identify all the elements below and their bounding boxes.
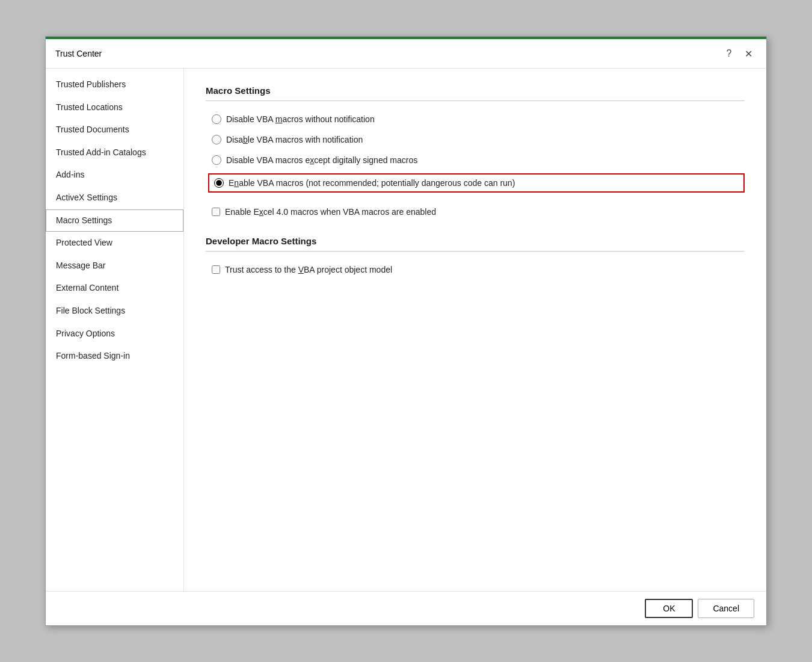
radio-label-enable-vba: Enable VBA macros (not recommended; pote… xyxy=(229,178,515,188)
title-bar: Trust Center ? ✕ xyxy=(46,39,766,69)
sidebar-item-file-block-settings[interactable]: File Block Settings xyxy=(46,300,183,323)
section-divider-developer xyxy=(206,251,745,252)
trust-center-dialog: Trust Center ? ✕ Trusted PublishersTrust… xyxy=(45,36,767,626)
help-button[interactable]: ? xyxy=(721,45,737,62)
sidebar-item-external-content[interactable]: External Content xyxy=(46,277,183,300)
sidebar-item-trusted-documents[interactable]: Trusted Documents xyxy=(46,119,183,141)
sidebar-item-add-ins[interactable]: Add-ins xyxy=(46,164,183,187)
sidebar-item-trusted-locations[interactable]: Trusted Locations xyxy=(46,96,183,119)
checkbox-excel40-row[interactable]: Enable Excel 4.0 macros when VBA macros … xyxy=(208,205,745,219)
title-bar-controls: ? ✕ xyxy=(721,45,757,62)
sidebar-item-macro-settings[interactable]: Macro Settings xyxy=(46,209,183,232)
radio-input-disable-except-signed[interactable] xyxy=(212,155,221,165)
dialog-body: Trusted PublishersTrusted LocationsTrust… xyxy=(46,69,766,591)
radio-label-disable-with-notify: Disable VBA macros with notification xyxy=(226,135,363,144)
sidebar-item-privacy-options[interactable]: Privacy Options xyxy=(46,323,183,345)
radio-input-disable-with-notify[interactable] xyxy=(212,135,221,144)
checkbox-excel40[interactable] xyxy=(212,208,220,216)
close-button[interactable]: ✕ xyxy=(740,45,757,62)
macro-settings-title: Macro Settings xyxy=(206,85,745,96)
checkbox-vba-project-label: Trust access to the VBA project object m… xyxy=(225,265,392,274)
content-area: Macro Settings Disable VBA macros withou… xyxy=(184,69,766,591)
checkbox-vba-project-row[interactable]: Trust access to the VBA project object m… xyxy=(208,262,745,277)
radio-input-disable-no-notify[interactable] xyxy=(212,114,221,124)
title-bar-left: Trust Center xyxy=(55,49,102,58)
radio-label-disable-no-notify: Disable VBA macros without notification xyxy=(226,114,375,124)
sidebar-item-protected-view[interactable]: Protected View xyxy=(46,232,183,255)
radio-enable-vba[interactable]: Enable VBA macros (not recommended; pote… xyxy=(208,173,745,193)
checkbox-vba-project[interactable] xyxy=(212,265,220,274)
ok-button[interactable]: OK xyxy=(645,599,693,618)
checkbox-excel40-label: Enable Excel 4.0 macros when VBA macros … xyxy=(225,207,436,217)
sidebar-item-trusted-add-in-catalogs[interactable]: Trusted Add-in Catalogs xyxy=(46,141,183,164)
dialog-footer: OK Cancel xyxy=(46,591,766,625)
radio-disable-except-signed[interactable]: Disable VBA macros except digitally sign… xyxy=(208,153,745,167)
cancel-button[interactable]: Cancel xyxy=(698,599,754,618)
sidebar: Trusted PublishersTrusted LocationsTrust… xyxy=(46,69,184,591)
developer-macro-settings-title: Developer Macro Settings xyxy=(206,236,745,246)
sidebar-item-activex-settings[interactable]: ActiveX Settings xyxy=(46,187,183,209)
radio-disable-with-notify[interactable]: Disable VBA macros with notification xyxy=(208,132,745,147)
radio-label-disable-except-signed: Disable VBA macros except digitally sign… xyxy=(226,155,417,165)
radio-disable-no-notify[interactable]: Disable VBA macros without notification xyxy=(208,112,745,126)
radio-input-enable-vba[interactable] xyxy=(214,178,224,188)
macro-radio-group: Disable VBA macros without notification … xyxy=(208,112,745,193)
dialog-title: Trust Center xyxy=(55,49,102,58)
sidebar-item-message-bar[interactable]: Message Bar xyxy=(46,255,183,277)
sidebar-item-trusted-publishers[interactable]: Trusted Publishers xyxy=(46,73,183,96)
sidebar-item-form-based-sign-in[interactable]: Form-based Sign-in xyxy=(46,345,183,368)
section-divider-macro xyxy=(206,101,745,101)
